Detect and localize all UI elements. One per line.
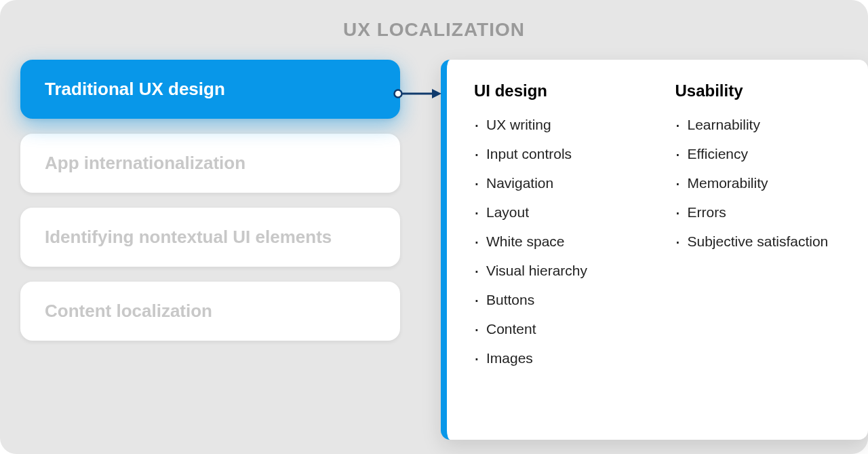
list-item: Layout xyxy=(474,197,643,227)
list-item: Input controls xyxy=(474,139,643,168)
list-item: Efficiency xyxy=(675,139,844,168)
list-item: Images xyxy=(474,343,643,373)
list-item: Errors xyxy=(675,197,844,227)
list-item: Content xyxy=(474,314,643,343)
detail-column-usability: Usability Learnability Efficiency Memora… xyxy=(675,81,844,418)
list-item: Subjective satisfaction xyxy=(675,227,844,256)
list-item: Learnability xyxy=(675,110,844,139)
list-item: Navigation xyxy=(474,168,643,197)
card-identifying-nontextual-ui-elements[interactable]: Identifying nontextual UI elements xyxy=(20,208,400,267)
detail-list-usability: Learnability Efficiency Memorability Err… xyxy=(675,110,844,256)
diagram-container: UX LOCALIZATION Traditional UX design Ap… xyxy=(0,0,868,454)
card-label: App internationalization xyxy=(45,153,376,174)
card-label: Traditional UX design xyxy=(45,79,376,100)
card-label: Identifying nontextual UI elements xyxy=(45,227,376,248)
card-label: Content localization xyxy=(45,301,376,322)
list-item: White space xyxy=(474,227,643,256)
detail-list-ui-design: UX writing Input controls Navigation Lay… xyxy=(474,110,643,373)
page-title: UX LOCALIZATION xyxy=(20,19,848,41)
list-item: UX writing xyxy=(474,110,643,139)
detail-heading: UI design xyxy=(474,81,643,100)
detail-column-ui-design: UI design UX writing Input controls Navi… xyxy=(474,81,643,418)
list-item: Visual hierarchy xyxy=(474,256,643,285)
card-content-localization[interactable]: Content localization xyxy=(20,282,400,341)
category-list: Traditional UX design App internationali… xyxy=(20,60,400,341)
content-area: Traditional UX design App internationali… xyxy=(20,60,848,341)
detail-panel: UI design UX writing Input controls Navi… xyxy=(441,60,868,440)
card-app-internationalization[interactable]: App internationalization xyxy=(20,134,400,193)
card-traditional-ux-design[interactable]: Traditional UX design xyxy=(20,60,400,119)
detail-heading: Usability xyxy=(675,81,844,100)
list-item: Buttons xyxy=(474,285,643,314)
arrow-connector-icon xyxy=(393,87,443,100)
list-item: Memorability xyxy=(675,168,844,197)
